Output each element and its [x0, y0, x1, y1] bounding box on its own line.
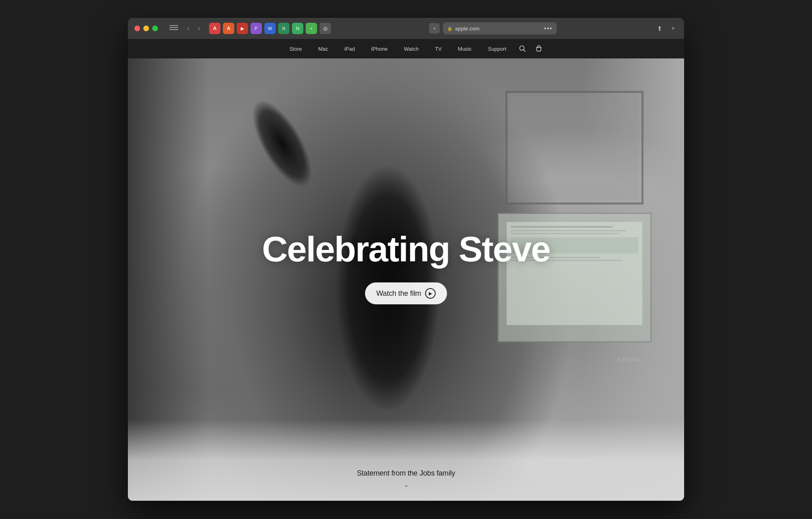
statement-label[interactable]: Statement from the Jobs family	[357, 469, 455, 478]
nav-item-mac[interactable]: Mac	[310, 39, 337, 58]
browser-window: ‹ › A A ▶ P W N N + ⊙ × 🔒 apple.com ••• …	[128, 18, 684, 501]
window-actions: ⬆ +	[655, 24, 678, 33]
title-bar: ‹ › A A ▶ P W N N + ⊙ × 🔒 apple.com ••• …	[128, 18, 684, 39]
back-button[interactable]: ‹	[184, 24, 193, 33]
nav-item-support[interactable]: Support	[480, 39, 515, 58]
search-button[interactable]	[514, 39, 531, 58]
nav-item-ipad[interactable]: iPad	[336, 39, 363, 58]
toolbar-icons: A A ▶ P W N N + ⊙	[209, 23, 331, 34]
toolbar-icon-3[interactable]: ▶	[237, 23, 248, 34]
sidebar-toggle-button[interactable]	[169, 25, 178, 32]
address-bar[interactable]: 🔒 apple.com •••	[443, 22, 557, 34]
nav-item-tv[interactable]: TV	[427, 39, 450, 58]
tab-close-button[interactable]: ×	[429, 23, 440, 34]
svg-line-1	[524, 50, 526, 52]
search-icon	[519, 45, 526, 52]
bag-button[interactable]	[531, 39, 547, 58]
nav-arrows: ‹ ›	[184, 24, 203, 33]
nav-item-iphone[interactable]: iPhone	[363, 39, 395, 58]
nav-item-store[interactable]: Store	[281, 39, 310, 58]
address-bar-section: × 🔒 apple.com •••	[334, 22, 652, 34]
watch-film-button[interactable]: Watch the film ▶	[365, 282, 447, 304]
watch-film-label: Watch the film	[376, 289, 421, 298]
epson-label: EPSON	[618, 357, 640, 363]
nav-item-music[interactable]: Music	[450, 39, 480, 58]
url-text: apple.com	[455, 26, 479, 32]
toolbar-icon-8[interactable]: +	[306, 23, 317, 34]
more-options-button[interactable]: •••	[544, 25, 553, 32]
share-button[interactable]: ⬆	[655, 24, 664, 33]
nav-item-watch[interactable]: Watch	[396, 39, 427, 58]
play-icon: ▶	[425, 288, 436, 299]
minimize-button[interactable]	[143, 26, 149, 31]
toolbar-icon-2[interactable]: A	[223, 23, 234, 34]
toolbar-icon-6[interactable]: N	[278, 23, 289, 34]
maximize-button[interactable]	[152, 26, 158, 31]
apple-logo[interactable]	[265, 39, 281, 58]
toolbar-icon-5[interactable]: W	[264, 23, 276, 34]
forward-button[interactable]: ›	[194, 24, 203, 33]
toolbar-icon-1[interactable]: A	[209, 23, 220, 34]
chevron-down-icon[interactable]: ⌄	[404, 481, 409, 489]
close-button[interactable]	[134, 26, 140, 31]
bag-icon	[535, 45, 542, 52]
apple-navbar: Store Mac iPad iPhone Watch TV Music Sup…	[128, 39, 684, 58]
hero-title: Celebrating Steve	[262, 230, 550, 268]
hero-section: Celebrating Steve Watch the film ▶ EPSON…	[128, 58, 684, 501]
toolbar-icon-4[interactable]: P	[251, 23, 262, 34]
traffic-lights	[134, 26, 158, 31]
lock-icon: 🔒	[447, 26, 453, 31]
toolbar-icon-9[interactable]: ⊙	[320, 23, 331, 34]
toolbar-icon-7[interactable]: N	[292, 23, 303, 34]
hero-bottom-section: Statement from the Jobs family ⌄	[128, 420, 684, 501]
new-tab-button[interactable]: +	[669, 24, 678, 33]
